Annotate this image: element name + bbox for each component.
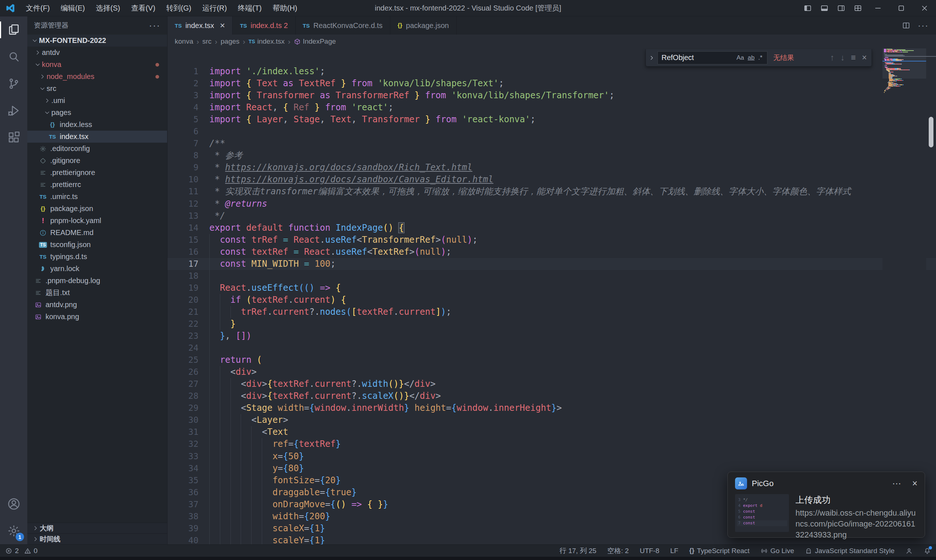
tree-item-yarn.lock[interactable]: yarn.lock — [27, 263, 167, 275]
code-line-11[interactable]: 11 * 实现双击transformer编辑富文本效果，可拖拽，可缩放，缩放时能… — [168, 186, 936, 198]
tree-item-.pnpm-debug.log[interactable]: .pnpm-debug.log — [27, 275, 167, 287]
tree-item-konva.png[interactable]: konva.png — [27, 311, 167, 323]
maximize-button[interactable] — [890, 0, 913, 16]
status-typescript-react[interactable]: {}TypeScript React — [689, 547, 749, 555]
chevron-down-icon[interactable] — [33, 61, 42, 68]
activity-account-icon[interactable] — [0, 491, 27, 517]
code-line-8[interactable]: 8 * 参考 — [168, 149, 936, 162]
activity-run-debug-icon[interactable] — [0, 97, 27, 124]
explorer-more-actions-icon[interactable]: ··· — [149, 20, 160, 31]
sidebar-section-0[interactable]: 大纲 — [27, 523, 167, 534]
menu-item-2[interactable]: 选择(S) — [90, 0, 126, 16]
code-line-1[interactable]: 1import './index.less'; — [168, 66, 936, 77]
menu-item-1[interactable]: 编辑(E) — [56, 0, 91, 16]
regex-icon[interactable]: .* — [757, 54, 764, 62]
code-line-16[interactable]: 16 const textRef = React.useRef<TextRef>… — [168, 246, 936, 258]
code-line-22[interactable]: 22 } — [168, 318, 936, 330]
chevron-right-icon[interactable] — [38, 73, 46, 80]
code-line-24[interactable]: 24 — [168, 342, 936, 354]
scrollbar-thumb[interactable] — [929, 117, 933, 148]
menu-item-3[interactable]: 查看(V) — [126, 0, 161, 16]
tab-ReactKonvaCore.d.ts[interactable]: TSReactKonvaCore.d.ts — [296, 16, 390, 35]
code-line-29[interactable]: 29 <Stage width={window.innerWidth} heig… — [168, 402, 936, 414]
activity-search-icon[interactable] — [0, 43, 27, 70]
notification-close-icon[interactable]: × — [912, 478, 917, 489]
toggle-secondary-sidebar-icon[interactable] — [833, 0, 850, 16]
chevron-down-icon[interactable] — [43, 109, 51, 116]
code-line-7[interactable]: 7/** — [168, 137, 936, 149]
activity-files-icon[interactable] — [0, 16, 27, 43]
tree-item-antdv[interactable]: antdv — [27, 46, 167, 58]
code-line-12[interactable]: 12 * @returns — [168, 198, 936, 210]
code-line-19[interactable]: 19 React.useEffect(() => { — [168, 282, 936, 294]
code-line-4[interactable]: 4import React, { Ref } from 'react'; — [168, 102, 936, 114]
tree-item-.umirc.ts[interactable]: TS.umirc.ts — [27, 191, 167, 203]
code-line-28[interactable]: 28 <div>{textRef.current?.scaleX()}</div… — [168, 390, 936, 402]
code-line-21[interactable]: 21 trRef.current?.nodes([textRef.current… — [168, 306, 936, 318]
activity-source-control-icon[interactable] — [0, 70, 27, 97]
find-input-box[interactable]: Aa ab .* — [657, 51, 768, 65]
find-in-selection-icon[interactable]: ≡ — [851, 54, 856, 62]
code-line-27[interactable]: 27 <div>{textRef.current?.width()}</div> — [168, 378, 936, 390]
code-line-23[interactable]: 23 }, []) — [168, 330, 936, 342]
status-person[interactable] — [905, 547, 913, 555]
tree-item-index.less[interactable]: {}index.less — [27, 118, 167, 131]
minimap[interactable] — [882, 48, 926, 545]
match-case-icon[interactable]: Aa — [735, 54, 746, 62]
close-find-icon[interactable]: × — [862, 54, 867, 62]
tree-item-README.md[interactable]: README.md — [27, 227, 167, 239]
tree-item-.prettierrc[interactable]: .prettierrc — [27, 178, 167, 191]
code-line-9[interactable]: 9 * https://konvajs.org/docs/sandbox/Ric… — [168, 162, 936, 174]
code-line-3[interactable]: 3import { Transformer as TransformerRef … — [168, 89, 936, 102]
tab-package.json[interactable]: {}package.json — [390, 16, 456, 35]
tab-index.tsx[interactable]: TSindex.tsx× — [168, 16, 233, 35]
tree-item-.editorconfig[interactable]: .editorconfig — [27, 143, 167, 155]
menu-item-5[interactable]: 运行(R) — [197, 0, 232, 16]
toggle-panel-icon[interactable] — [816, 0, 833, 16]
tree-item-index.tsx[interactable]: TSindex.tsx — [27, 131, 167, 143]
toggle-replace-chevron-icon[interactable] — [646, 55, 657, 61]
tree-item-pages[interactable]: pages — [27, 107, 167, 118]
code-line-15[interactable]: 15 const trRef = React.useRef<Transforme… — [168, 234, 936, 246]
breadcrumb-item-src[interactable]: src — [202, 37, 211, 46]
chevron-right-icon[interactable] — [43, 97, 51, 104]
status-bell-dot[interactable] — [924, 547, 931, 555]
status-lf[interactable]: LF — [670, 547, 678, 555]
find-previous-icon[interactable]: ↑ — [830, 54, 834, 62]
status--17-25[interactable]: 行 17, 列 25 — [560, 546, 596, 555]
tree-item-antdv.png[interactable]: antdv.png — [27, 299, 167, 311]
split-editor-icon[interactable] — [902, 21, 911, 30]
activity-extensions-icon[interactable] — [0, 124, 27, 151]
code-line-2[interactable]: 2import { Text as TextRef } from 'konva/… — [168, 77, 936, 89]
menu-item-0[interactable]: 文件(F) — [20, 0, 56, 16]
tree-item-.prettierignore[interactable]: .prettierignore — [27, 167, 167, 178]
find-input[interactable] — [661, 53, 735, 62]
tree-item-.gitignore[interactable]: .gitignore — [27, 155, 167, 167]
tree-item-tsconfig.json[interactable]: TStsconfig.json — [27, 239, 167, 251]
menu-item-4[interactable]: 转到(G) — [161, 0, 197, 16]
menu-item-6[interactable]: 终端(T) — [232, 0, 267, 16]
menu-item-7[interactable]: 帮助(H) — [267, 0, 303, 16]
breadcrumb-item-index.tsx[interactable]: TSindex.tsx — [249, 37, 285, 46]
notification-more-icon[interactable]: ··· — [892, 478, 901, 489]
status-javascript-standard-style[interactable]: JavaScript Standard Style — [805, 547, 894, 555]
status-utf-8[interactable]: UTF-8 — [640, 547, 659, 555]
code-line-13[interactable]: 13 */ — [168, 210, 936, 222]
code-line-32[interactable]: 32 ref={textRef} — [168, 438, 936, 450]
status--2[interactable]: 空格: 2 — [607, 546, 629, 555]
editor-scrollbar[interactable] — [926, 48, 936, 545]
breadcrumb-item-pages[interactable]: pages — [221, 37, 239, 46]
chevron-right-icon[interactable] — [33, 49, 42, 56]
code-pane[interactable]: 1import './index.less';2import { Text as… — [168, 48, 936, 545]
code-line-33[interactable]: 33 x={50} — [168, 451, 936, 463]
chevron-down-icon[interactable] — [38, 85, 46, 92]
code-line-10[interactable]: 10 * https://konvajs.org/docs/sandbox/Ca… — [168, 174, 936, 186]
close-button[interactable] — [913, 0, 936, 16]
code-line-18[interactable]: 18 — [168, 270, 936, 282]
tree-item-.umi[interactable]: .umi — [27, 95, 167, 107]
toggle-primary-sidebar-icon[interactable] — [799, 0, 816, 16]
code-line-26[interactable]: 26 <div> — [168, 366, 936, 378]
tree-root-folder[interactable]: MX-FONTEND-2022 — [27, 35, 167, 46]
tab-index.d.ts-2[interactable]: TSindex.d.ts 2 — [233, 16, 295, 35]
code-editor[interactable]: Aa ab .* 无结果 ↑ ↓ ≡ × 1import './index.le… — [168, 48, 936, 545]
